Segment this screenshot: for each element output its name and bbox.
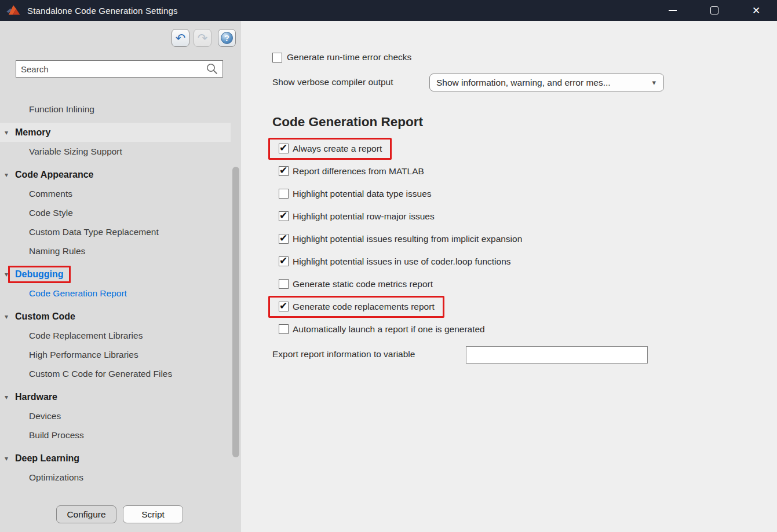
checkbox-group: Automatically launch a report if one is … bbox=[268, 318, 495, 340]
nav-item-label: Custom Code bbox=[15, 311, 75, 322]
window-controls: ✕ bbox=[652, 0, 777, 21]
minimize-icon[interactable] bbox=[652, 0, 694, 21]
export-variable-input[interactable] bbox=[466, 346, 648, 364]
maximize-icon[interactable] bbox=[694, 0, 735, 21]
section-heading: Code Generation Report bbox=[272, 115, 423, 130]
sidebar-toolbar: ↶ ↷ ? bbox=[172, 29, 236, 47]
nav-item-label: Naming Rules bbox=[29, 246, 85, 256]
highlight-potential-issues-in-use-of-coder-loop-functions-checkbox[interactable] bbox=[279, 256, 289, 266]
close-icon[interactable]: ✕ bbox=[735, 0, 777, 21]
generate-static-code-metrics-report-checkbox[interactable] bbox=[279, 279, 289, 289]
nav-item-label: Custom C Code for Generated Files bbox=[29, 369, 172, 379]
nav-item-custom-c-code-for-generated-files[interactable]: Custom C Code for Generated Files bbox=[0, 364, 231, 383]
collapse-arrow-icon[interactable]: ▾ bbox=[5, 393, 12, 401]
nav-item-label: Code Replacement Libraries bbox=[29, 331, 143, 341]
checkbox-label: Highlight potential data type issues bbox=[293, 189, 432, 199]
report-differences-from-matlab-checkbox[interactable] bbox=[279, 166, 289, 176]
script-button[interactable]: Script bbox=[123, 505, 183, 523]
nav-item-code-replacement-libraries[interactable]: Code Replacement Libraries bbox=[0, 326, 231, 345]
nav-item-code-style[interactable]: Code Style bbox=[0, 203, 231, 222]
verbose-output-select[interactable]: Show information, warning, and error mes… bbox=[429, 74, 664, 91]
nav-item-label: Variable Sizing Support bbox=[29, 146, 122, 157]
checkbox-label: Highlight potential row-major issues bbox=[293, 211, 435, 222]
runtime-error-checks-checkbox[interactable] bbox=[272, 53, 282, 63]
nav-item-label: High Performance Libraries bbox=[29, 350, 138, 360]
nav-item-optimizations[interactable]: Optimizations bbox=[0, 468, 231, 487]
nav-item-label: Code Generation Report bbox=[29, 288, 127, 299]
redo-icon: ↷ bbox=[194, 29, 211, 47]
app-body: ↶ ↷ ? Function Inlining▾MemoryVariable S… bbox=[0, 21, 777, 532]
settings-nav: Function Inlining▾MemoryVariable Sizing … bbox=[0, 100, 231, 487]
checkbox-row-report-differences-from-matlab: Report differences from MATLAB bbox=[268, 160, 532, 182]
help-icon[interactable]: ? bbox=[218, 29, 236, 47]
verbose-output-value: Show information, warning, and error mes… bbox=[436, 78, 611, 88]
nav-item-build-process[interactable]: Build Process bbox=[0, 425, 231, 445]
sidebar-scrollbar[interactable] bbox=[232, 167, 239, 457]
chevron-down-icon: ▾ bbox=[652, 78, 656, 87]
nav-item-devices[interactable]: Devices bbox=[0, 406, 231, 425]
nav-item-label: Comments bbox=[29, 189, 72, 199]
nav-item-debugging[interactable]: ▾Debugging bbox=[0, 265, 231, 284]
checkbox-label: Generate code replacements report bbox=[293, 302, 435, 312]
nav-item-custom-data-type-replacement[interactable]: Custom Data Type Replacement bbox=[0, 222, 231, 241]
runtime-error-checks-row: Generate run-time error checks bbox=[272, 52, 411, 63]
nav-item-label: Code Style bbox=[29, 208, 73, 218]
nav-item-code-generation-report[interactable]: Code Generation Report bbox=[0, 284, 231, 303]
settings-main-panel: Generate run-time error checks Show verb… bbox=[241, 21, 777, 532]
nav-item-hardware[interactable]: ▾Hardware bbox=[0, 387, 231, 406]
highlight-potential-data-type-issues-checkbox[interactable] bbox=[279, 189, 289, 199]
nav-item-label: Custom Data Type Replacement bbox=[29, 227, 159, 237]
nav-item-label: Hardware bbox=[15, 392, 57, 402]
checkbox-label: Automatically launch a report if one is … bbox=[293, 324, 485, 335]
always-create-a-report-checkbox[interactable] bbox=[279, 144, 289, 153]
search-box bbox=[16, 60, 223, 78]
nav-item-label: Deep Learning bbox=[15, 453, 79, 464]
checkbox-label: Highlight potential issues in use of cod… bbox=[293, 256, 511, 267]
verbose-output-label: Show verbose compiler output bbox=[272, 77, 393, 87]
annotation-red-box: Generate code replacements report bbox=[268, 296, 444, 318]
nav-item-label: Build Process bbox=[29, 430, 84, 441]
checkbox-group: Highlight potential row-major issues bbox=[268, 206, 444, 228]
checkbox-group: Generate static code metrics report bbox=[268, 273, 443, 295]
nav-item-variable-sizing-support[interactable]: Variable Sizing Support bbox=[0, 142, 231, 161]
nav-item-label: Debugging bbox=[8, 266, 71, 283]
nav-item-label: Code Appearance bbox=[15, 170, 93, 180]
nav-item-label: Devices bbox=[29, 411, 61, 421]
annotation-red-box: Always create a report bbox=[268, 138, 392, 160]
nav-item-label: Memory bbox=[15, 127, 50, 138]
nav-item-function-inlining[interactable]: Function Inlining bbox=[0, 100, 231, 119]
automatically-launch-a-report-if-one-is-generated-checkbox[interactable] bbox=[279, 324, 289, 334]
search-icon[interactable] bbox=[206, 63, 218, 75]
checkbox-label: Highlight potential issues resulting fro… bbox=[293, 234, 522, 244]
checkbox-row-highlight-potential-issues-resulting-from-implicit-expansion: Highlight potential issues resulting fro… bbox=[268, 228, 532, 250]
checkbox-row-automatically-launch-a-report-if-one-is-generated: Automatically launch a report if one is … bbox=[268, 318, 532, 340]
configure-button[interactable]: Configure bbox=[56, 505, 116, 523]
checkbox-row-highlight-potential-data-type-issues: Highlight potential data type issues bbox=[268, 182, 532, 205]
nav-item-deep-learning[interactable]: ▾Deep Learning bbox=[0, 449, 231, 468]
nav-item-naming-rules[interactable]: Naming Rules bbox=[0, 241, 231, 261]
nav-item-code-appearance[interactable]: ▾Code Appearance bbox=[0, 165, 231, 184]
collapse-arrow-icon[interactable]: ▾ bbox=[5, 171, 12, 179]
undo-icon[interactable]: ↶ bbox=[172, 29, 189, 47]
highlight-potential-row-major-issues-checkbox[interactable] bbox=[279, 211, 289, 221]
collapse-arrow-icon[interactable]: ▾ bbox=[5, 454, 12, 463]
nav-item-high-performance-libraries[interactable]: High Performance Libraries bbox=[0, 345, 231, 364]
highlight-potential-issues-resulting-from-implicit-expansion-checkbox[interactable] bbox=[279, 234, 289, 244]
nav-item-memory[interactable]: ▾Memory bbox=[0, 123, 231, 142]
nav-item-label: Optimizations bbox=[29, 472, 83, 483]
nav-item-comments[interactable]: Comments bbox=[0, 184, 231, 203]
search-input[interactable] bbox=[16, 64, 206, 74]
checkbox-row-generate-code-replacements-report: Generate code replacements report bbox=[268, 295, 532, 318]
nav-item-label: Function Inlining bbox=[29, 104, 94, 115]
checkbox-label: Generate static code metrics report bbox=[293, 279, 433, 289]
report-options-list: Always create a reportReport differences… bbox=[268, 137, 532, 340]
checkbox-label: Report differences from MATLAB bbox=[293, 166, 424, 177]
generate-code-replacements-report-checkbox[interactable] bbox=[279, 302, 289, 311]
matlab-logo-icon bbox=[6, 5, 21, 16]
checkbox-group: Highlight potential data type issues bbox=[268, 183, 442, 205]
collapse-arrow-icon[interactable]: ▾ bbox=[5, 313, 12, 321]
nav-item-custom-code[interactable]: ▾Custom Code bbox=[0, 307, 231, 326]
collapse-arrow-icon[interactable]: ▾ bbox=[5, 129, 12, 137]
checkbox-group: Highlight potential issues in use of cod… bbox=[268, 251, 521, 273]
checkbox-row-generate-static-code-metrics-report: Generate static code metrics report bbox=[268, 273, 532, 295]
